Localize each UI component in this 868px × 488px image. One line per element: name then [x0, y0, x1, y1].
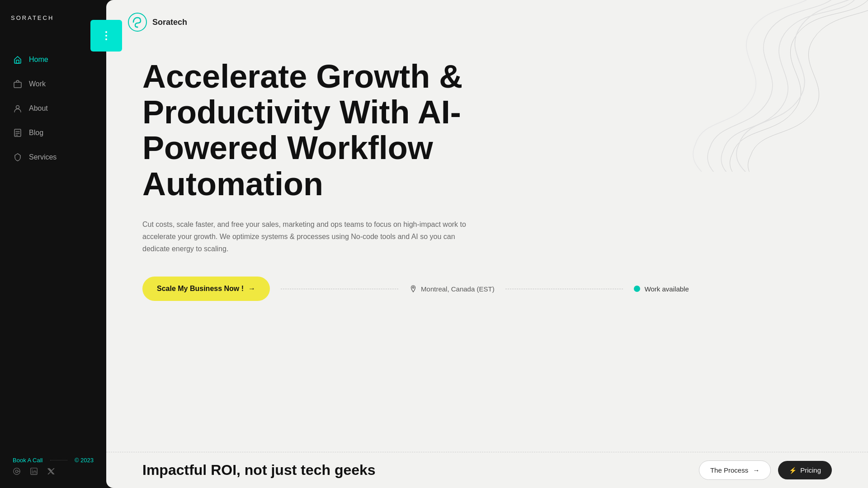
sidebar-item-blog-label: Blog [29, 129, 43, 137]
menu-toggle-button[interactable] [90, 20, 122, 52]
email-icon[interactable] [13, 467, 21, 477]
sidebar-brand: SORATECH [0, 0, 65, 39]
sidebar-item-home-label: Home [29, 56, 48, 64]
pricing-button[interactable]: ⚡ Pricing [778, 461, 832, 479]
main-content: Soratech Accelerate Growth & Productivit… [106, 0, 868, 488]
process-arrow-icon: → [753, 466, 760, 474]
cta-button[interactable]: Scale My Business Now ! → [142, 277, 270, 301]
topnav: Soratech [106, 0, 868, 32]
services-icon [13, 152, 23, 162]
dot1 [105, 31, 107, 33]
bottom-actions: The Process → ⚡ Pricing [699, 460, 832, 480]
availability-badge: Work available [634, 285, 689, 293]
sidebar-item-services-label: Services [29, 153, 57, 161]
location-badge: Montreal, Canada (EST) [409, 285, 495, 293]
sidebar-item-blog[interactable]: Blog [0, 122, 106, 144]
linkedin-icon[interactable] [30, 467, 38, 477]
cta-row: Scale My Business Now ! → Montreal, Cana… [142, 277, 832, 301]
topnav-logo: Soratech [128, 13, 187, 32]
svg-rect-0 [16, 60, 19, 63]
sidebar-nav: Home Work About [0, 39, 106, 178]
svg-point-12 [32, 469, 33, 470]
sidebar-item-work[interactable]: Work [0, 73, 106, 95]
cta-divider-1 [281, 289, 398, 289]
sidebar: SORATECH Home [0, 0, 106, 488]
process-label: The Process [710, 466, 748, 474]
work-icon [13, 79, 23, 89]
svg-point-13 [128, 13, 146, 31]
book-call-link[interactable]: Book A Call © 2023 [13, 457, 94, 464]
bottom-tagline: Impactful ROI, not just tech geeks [142, 462, 376, 479]
availability-text: Work available [645, 285, 689, 293]
location-icon [409, 285, 417, 293]
hero-section: Accelerate Growth & Productivity With AI… [106, 32, 868, 452]
home-icon [13, 55, 23, 65]
svg-point-15 [412, 287, 414, 289]
hero-title: Accelerate Growth & Productivity With AI… [142, 59, 486, 202]
topnav-brand-label: Soratech [152, 18, 187, 27]
svg-point-2 [16, 106, 19, 109]
hero-subtitle: Cut costs, scale faster, and free your s… [142, 218, 468, 255]
svg-point-14 [137, 27, 138, 28]
sidebar-bottom: Book A Call © 2023 [0, 446, 106, 488]
bolt-icon: ⚡ [789, 467, 797, 474]
availability-indicator [634, 286, 640, 292]
twitter-icon[interactable] [47, 467, 55, 477]
pricing-label: Pricing [800, 466, 821, 474]
sidebar-item-home[interactable]: Home [0, 48, 106, 71]
social-icons [13, 467, 94, 477]
dot3 [105, 38, 107, 40]
cta-divider-2 [505, 289, 623, 289]
sidebar-item-about-label: About [29, 104, 48, 113]
location-text: Montreal, Canada (EST) [421, 285, 495, 293]
arrow-icon: → [248, 285, 255, 293]
soratech-logo-icon [128, 13, 147, 32]
sidebar-item-services[interactable]: Services [0, 146, 106, 169]
about-icon [13, 103, 23, 113]
cta-label: Scale My Business Now ! [157, 285, 244, 293]
svg-rect-1 [14, 82, 21, 88]
blog-icon [13, 128, 23, 138]
sidebar-item-work-label: Work [29, 80, 46, 88]
the-process-button[interactable]: The Process → [699, 460, 771, 480]
bottom-strip: Impactful ROI, not just tech geeks The P… [106, 452, 868, 488]
svg-point-8 [15, 470, 18, 472]
sidebar-item-about[interactable]: About [0, 97, 106, 120]
dot2 [105, 35, 107, 37]
